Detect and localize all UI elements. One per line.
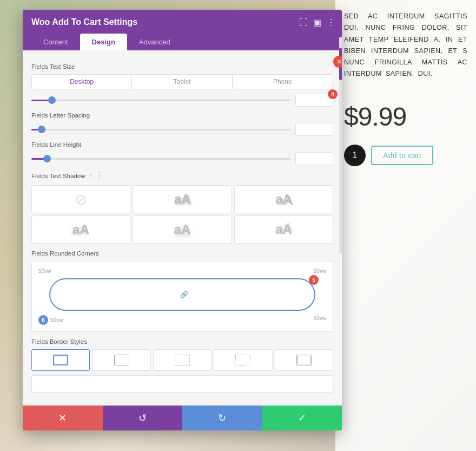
- quantity-button[interactable]: 1: [344, 145, 366, 166]
- right-panel: SED AC INTERDUM SAGITTIS DUI. NUNC FRING…: [335, 0, 476, 451]
- tab-design[interactable]: Design: [80, 34, 127, 50]
- shadow-header: Fields Text Shadow ? ⋮: [31, 171, 333, 181]
- modal-header: Woo Add To Cart Settings ⛶ ▣ ⋮ Content D…: [23, 10, 342, 50]
- line-height-slider-row: 1em: [31, 152, 333, 165]
- solid-border-preview: [53, 355, 68, 365]
- shadow-option-3[interactable]: aA: [31, 215, 130, 244]
- fields-rounded-corners-section: Fields Rounded Corners 50vw 50vw 5 🔗 6 5…: [31, 250, 333, 332]
- shadow-option-none[interactable]: ⊘: [31, 185, 130, 213]
- modal-header-icons: ⛶ ▣ ⋮: [299, 17, 335, 28]
- shadow-text-icon-2: aA: [275, 192, 292, 207]
- tab-advanced[interactable]: Advanced: [127, 34, 182, 50]
- no-shadow-icon: ⊘: [75, 191, 87, 208]
- shadow-option-4[interactable]: aA: [133, 215, 232, 244]
- shadow-more-icon[interactable]: ⋮: [95, 171, 104, 181]
- rounded-badge-5: 5: [309, 275, 319, 285]
- border-style-thin[interactable]: [92, 349, 150, 371]
- shadow-option-2[interactable]: aA: [234, 185, 333, 213]
- cancel-button[interactable]: ✕: [23, 406, 103, 430]
- modal-scrollbar[interactable]: [339, 37, 342, 253]
- article-text: SED AC INTERDUM SAGITTIS DUI. NUNC FRING…: [344, 11, 467, 80]
- undo-button[interactable]: ↺: [103, 406, 183, 430]
- modal-title: Woo Add To Cart Settings: [31, 17, 333, 27]
- link-icon: 🔗: [180, 291, 188, 298]
- fields-line-height-section: Fields Line Height 1em: [31, 141, 333, 165]
- fields-letter-spacing-label: Fields Letter Spacing: [31, 112, 333, 119]
- border-style-double[interactable]: [275, 349, 333, 371]
- modal-footer: ✕ ↺ ↻ ✓: [23, 406, 342, 430]
- device-tab-phone[interactable]: Phone: [233, 75, 333, 89]
- bottom-right-value: 50vw: [314, 315, 326, 325]
- double-border-preview: [296, 355, 312, 365]
- device-tab-desktop[interactable]: Desktop: [32, 75, 132, 89]
- add-to-cart-button[interactable]: Add to cart: [371, 146, 433, 165]
- shadow-text-icon-4: aA: [174, 222, 191, 237]
- settings-modal: Woo Add To Cart Settings ⛶ ▣ ⋮ Content D…: [23, 10, 342, 430]
- corner-top-labels: 50vw 50vw: [38, 268, 326, 274]
- rounded-corners-container: 50vw 50vw 5 🔗 6 50vw 50vw: [31, 261, 333, 332]
- letter-spacing-slider-row: 0px: [31, 123, 333, 136]
- cart-row: 1 Add to cart: [344, 145, 467, 166]
- shadow-text-icon-3: aA: [72, 222, 89, 237]
- rounded-badge-6: 6: [38, 315, 48, 325]
- fields-border-styles-section: Fields Border Styles: [31, 338, 333, 393]
- border-style-dotted[interactable]: [214, 349, 272, 371]
- text-size-slider-row: 1vw 4: [31, 94, 333, 107]
- corner-bottom-labels: 6 50vw 50vw: [38, 315, 326, 325]
- rounded-preview[interactable]: 5 🔗: [49, 278, 315, 311]
- save-button[interactable]: ✓: [262, 406, 342, 430]
- border-styles-grid: [31, 349, 333, 371]
- shadow-option-5[interactable]: aA: [234, 215, 333, 244]
- fields-text-size-section: Fields Text Size Desktop Tablet Phone 1v…: [31, 63, 333, 107]
- modal-tabs: Content Design Advanced: [31, 34, 333, 50]
- text-size-slider[interactable]: [31, 95, 291, 106]
- shadow-text-icon-1: aA: [174, 192, 191, 207]
- thin-border-preview: [114, 355, 129, 365]
- line-height-input[interactable]: 1em: [295, 152, 333, 165]
- fullscreen-icon[interactable]: ⛶: [299, 18, 308, 28]
- device-tab-tablet[interactable]: Tablet: [132, 75, 232, 89]
- dotted-border-preview: [235, 355, 250, 365]
- border-style-solid[interactable]: [31, 349, 90, 371]
- fields-text-size-label: Fields Text Size: [31, 63, 333, 70]
- shadow-text-icon-5: aA: [275, 222, 292, 237]
- line-height-value-container: 1em: [295, 152, 333, 165]
- letter-spacing-input[interactable]: 0px: [295, 123, 333, 136]
- shadow-grid: ⊘ aA aA aA aA aA: [31, 185, 333, 244]
- device-tabs: Desktop Tablet Phone: [31, 74, 333, 89]
- tab-content[interactable]: Content: [31, 34, 80, 50]
- modal-body: Fields Text Size Desktop Tablet Phone 1v…: [23, 50, 342, 406]
- letter-spacing-slider[interactable]: [31, 124, 291, 135]
- fields-text-shadow-label: Fields Text Shadow: [31, 173, 85, 179]
- top-right-value: 50vw: [314, 268, 326, 274]
- text-size-value-container: 1vw 4: [295, 94, 333, 107]
- redo-button[interactable]: ↻: [182, 406, 262, 430]
- split-icon[interactable]: ▣: [313, 17, 321, 28]
- line-height-slider[interactable]: [31, 153, 291, 164]
- fields-line-height-label: Fields Line Height: [31, 141, 333, 148]
- shadow-help-icon[interactable]: ?: [89, 173, 92, 179]
- letter-spacing-value-container: 0px: [295, 123, 333, 136]
- fields-border-styles-label: Fields Border Styles: [31, 338, 333, 345]
- close-button[interactable]: ✕: [333, 56, 342, 68]
- more-icon[interactable]: ⋮: [327, 17, 335, 28]
- price-display: $9.99: [344, 102, 467, 132]
- border-color-row[interactable]: [31, 375, 333, 393]
- bottom-left-value: 50vw: [50, 317, 63, 323]
- fields-letter-spacing-section: Fields Letter Spacing 0px: [31, 112, 333, 136]
- top-left-value: 50vw: [38, 268, 51, 274]
- border-style-dashed[interactable]: [153, 349, 211, 371]
- fields-text-shadow-section: Fields Text Shadow ? ⋮ ⊘ aA aA aA aA: [31, 171, 333, 244]
- shadow-option-1[interactable]: aA: [133, 185, 232, 213]
- text-size-badge: 4: [328, 89, 338, 99]
- dashed-border-preview: [175, 355, 190, 365]
- fields-rounded-corners-label: Fields Rounded Corners: [31, 250, 333, 257]
